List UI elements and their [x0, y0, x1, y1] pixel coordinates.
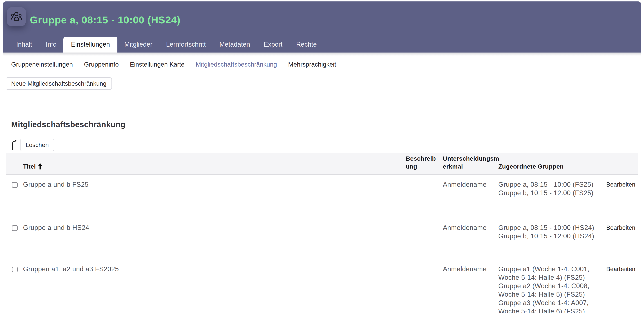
assigned-group: Gruppe b, 10:15 - 12:00 (FS25) — [498, 189, 600, 197]
subnav-item-gruppeneinstellungen[interactable]: Gruppeneinstellungen — [11, 60, 73, 68]
arrow-turn-up-right-icon — [11, 140, 18, 150]
tab-einstellungen[interactable]: Einstellungen — [64, 37, 118, 52]
restrictions-table: Titel Beschreib ung Unterscheidungsm erk… — [6, 153, 638, 313]
bulk-actions-row: Löschen — [11, 139, 644, 151]
column-header-zugeordnete-gruppen[interactable]: Zugeordnete Gruppen — [498, 162, 604, 170]
row-edit-link[interactable]: Bearbeiten — [604, 223, 638, 232]
group-icon-tile — [7, 7, 26, 26]
group-header: Gruppe a, 08:15 - 10:00 (HS24) InhaltInf… — [3, 1, 641, 52]
row-checkbox[interactable] — [12, 225, 18, 231]
page-title: Gruppe a, 08:15 - 10:00 (HS24) — [30, 14, 180, 26]
assigned-group: Gruppe a3 (Woche 1-4: A007, Woche 5-14: … — [498, 299, 600, 313]
tab-mitglieder[interactable]: Mitglieder — [118, 41, 159, 52]
row-unterscheidungsmerkmal: Anmeldename — [443, 180, 498, 189]
assigned-group: Gruppe a2 (Woche 1-4: C008, Woche 5-14: … — [498, 282, 600, 299]
titel-label: Titel — [23, 162, 36, 170]
row-unterscheidungsmerkmal: Anmeldename — [443, 265, 498, 273]
tab-metadaten[interactable]: Metadaten — [212, 41, 257, 52]
tab-inhalt[interactable]: Inhalt — [9, 41, 39, 52]
delete-button[interactable]: Löschen — [20, 139, 54, 151]
assigned-group: Gruppe a, 08:15 - 10:00 (HS24) — [498, 223, 600, 232]
table-row: Gruppe a und b HS24 Anmeldename Gruppe a… — [6, 218, 638, 259]
table-row: Gruppe a und b FS25 Anmeldename Gruppe a… — [6, 175, 638, 218]
tab-info[interactable]: Info — [39, 41, 64, 52]
row-checkbox-cell — [6, 265, 21, 274]
settings-subnav: GruppeneinstellungenGruppeninfoEinstellu… — [11, 60, 644, 68]
assigned-group: Gruppe b, 10:15 - 12:00 (HS24) — [498, 232, 600, 240]
header-shadow — [3, 52, 641, 56]
row-checkbox[interactable] — [12, 182, 18, 188]
group-people-icon — [10, 10, 22, 23]
table-body: Gruppe a und b FS25 Anmeldename Gruppe a… — [6, 175, 638, 313]
row-checkbox-cell — [6, 223, 21, 233]
table-header-row: Titel Beschreib ung Unterscheidungsm erk… — [6, 153, 638, 175]
tab-rechte[interactable]: Rechte — [290, 41, 324, 52]
row-checkbox[interactable] — [12, 267, 18, 272]
tab-lernfortschritt[interactable]: Lernfortschritt — [159, 41, 212, 52]
row-titel: Gruppe a und b HS24 — [21, 223, 406, 232]
row-titel: Gruppe a und b FS25 — [21, 180, 406, 189]
row-unterscheidungsmerkmal: Anmeldename — [443, 223, 498, 232]
main-tab-bar: InhaltInfoEinstellungenMitgliederLernfor… — [9, 37, 324, 52]
assigned-group: Gruppe a1 (Woche 1-4: C001, Woche 5-14: … — [498, 265, 600, 282]
row-checkbox-cell — [6, 180, 21, 190]
assigned-group: Gruppe a, 08:15 - 10:00 (FS25) — [498, 180, 600, 189]
column-header-beschreibung[interactable]: Beschreib ung — [406, 155, 443, 170]
row-titel: Gruppen a1, a2 und a3 FS2025 — [21, 265, 406, 273]
section-heading: Mitgliedschaftsbeschränkung — [11, 120, 644, 129]
row-zugeordnete-gruppen: Gruppe a, 08:15 - 10:00 (FS25)Gruppe b, … — [498, 180, 604, 197]
column-header-titel[interactable]: Titel — [21, 162, 406, 170]
subnav-item-mehrsprachigkeit[interactable]: Mehrsprachigkeit — [288, 60, 336, 68]
column-header-unterscheidungsmerkmal[interactable]: Unterscheidungsm erkmal — [443, 155, 498, 170]
row-zugeordnete-gruppen: Gruppe a, 08:15 - 10:00 (HS24)Gruppe b, … — [498, 223, 604, 240]
row-edit-link[interactable]: Bearbeiten — [604, 265, 638, 273]
subnav-item-einstellungen-karte[interactable]: Einstellungen Karte — [130, 60, 184, 68]
row-zugeordnete-gruppen: Gruppe a1 (Woche 1-4: C001, Woche 5-14: … — [498, 265, 604, 313]
tab-export[interactable]: Export — [257, 41, 290, 52]
sort-ascending-icon[interactable] — [38, 163, 42, 170]
subnav-item-gruppeninfo[interactable]: Gruppeninfo — [84, 60, 119, 68]
table-row: Gruppen a1, a2 und a3 FS2025 Anmeldename… — [6, 259, 638, 313]
subnav-item-mitgliedschaftsbeschr-nkung[interactable]: Mitgliedschaftsbeschränkung — [196, 60, 277, 68]
row-edit-link[interactable]: Bearbeiten — [604, 180, 638, 189]
new-restriction-button[interactable]: Neue Mitgliedschaftsbeschränkung — [6, 77, 112, 90]
